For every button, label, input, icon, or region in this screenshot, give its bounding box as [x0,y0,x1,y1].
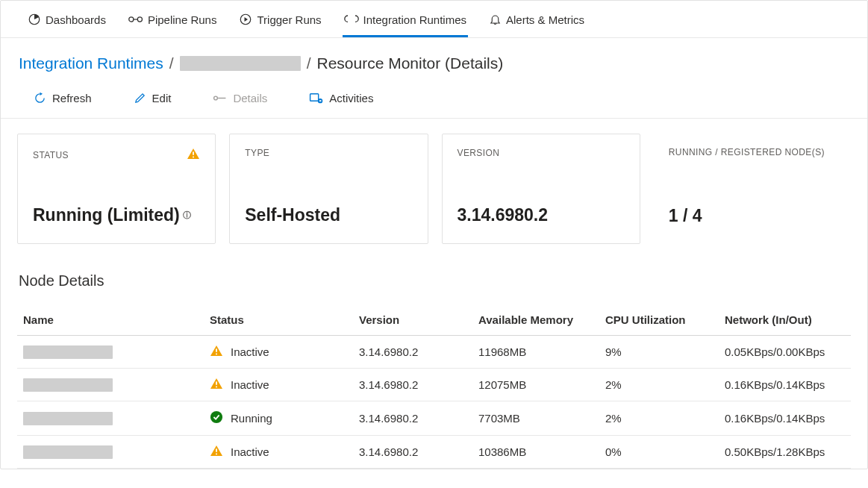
card-label: STATUS [33,150,69,160]
svg-rect-8 [193,157,194,158]
tab-label: Integration Runtimes [363,13,466,26]
breadcrumb-sep: / [307,54,311,72]
cell-cpu: 2% [605,412,725,425]
cell-name [23,412,210,425]
action-label: Activities [329,92,373,104]
cell-memory: 10386MB [478,445,605,458]
refresh-button[interactable]: Refresh [34,92,92,104]
cell-cpu: 0% [605,445,725,458]
pencil-icon [134,92,146,104]
activities-icon [309,93,323,104]
tab-trigger-runs[interactable]: Trigger Runs [237,8,322,37]
refresh-icon [34,92,46,104]
redacted-node-name [23,445,113,459]
node-details-table: Name Status Version Available Memory CPU… [17,304,851,469]
svg-point-4 [214,96,218,100]
card-label: RUNNING / REGISTERED NODE(S) [669,147,825,157]
th-version[interactable]: Version [359,313,478,326]
svg-point-13 [210,411,222,423]
cell-name [23,445,210,459]
card-label: TYPE [245,148,269,158]
redacted-node-name [23,345,113,359]
success-icon [210,410,223,426]
page-container: Dashboards Pipeline Runs Trigger Runs [0,0,868,469]
redacted-node-name [23,412,113,425]
breadcrumb-sep: / [169,54,174,72]
table-row[interactable]: Inactive3.14.6980.211968MB9%0.05KBps/0.0… [17,336,851,369]
cell-status: Inactive [210,445,359,459]
status-text: Running (Limited) [33,205,180,225]
tab-dashboards[interactable]: Dashboards [26,8,107,37]
cell-name [23,345,210,359]
action-label: Refresh [52,92,92,104]
svg-rect-5 [310,93,319,101]
tab-label: Trigger Runs [257,13,321,26]
cell-status: Inactive [210,378,359,392]
status-text: Inactive [231,445,269,458]
bell-icon [489,13,502,26]
details-icon [213,93,227,104]
breadcrumb: Integration Runtimes / / Resource Monito… [1,38,867,75]
redacted-node-name [23,378,113,392]
status-text: Running [231,412,272,425]
svg-rect-14 [216,448,217,451]
action-label: Edit [152,92,172,104]
tab-integration-runtimes[interactable]: Integration Runtimes [343,8,468,37]
card-value-version: 3.14.6980.2 [458,205,625,225]
node-details-heading: Node Details [1,250,867,298]
th-memory[interactable]: Available Memory [478,313,605,326]
breadcrumb-redacted-name [180,56,301,71]
card-value-status: Running (Limited)ⓘ [33,205,200,225]
cell-network: 0.16KBps/0.14KBps [725,412,845,425]
warning-icon [187,148,200,162]
edit-button[interactable]: Edit [134,92,172,104]
th-status[interactable]: Status [210,313,359,326]
svg-rect-11 [216,381,217,384]
svg-rect-7 [193,151,194,154]
table-body: Inactive3.14.6980.211968MB9%0.05KBps/0.0… [17,336,851,469]
cell-name [23,378,210,392]
action-label: Details [233,92,267,104]
pipeline-runs-icon [128,13,143,26]
cell-network: 0.16KBps/0.14KBps [725,378,845,391]
dashboards-icon [28,13,41,26]
th-cpu[interactable]: CPU Utilization [605,313,725,326]
tab-pipeline-runs[interactable]: Pipeline Runs [127,8,219,37]
breadcrumb-root-link[interactable]: Integration Runtimes [19,54,163,72]
table-header-row: Name Status Version Available Memory CPU… [17,304,851,336]
cell-cpu: 9% [605,345,725,358]
status-text: Inactive [231,378,269,391]
cell-status: Running [210,410,359,426]
tab-alerts[interactable]: Alerts & Metrics [487,8,586,37]
tab-label: Alerts & Metrics [506,13,584,26]
cell-version: 3.14.6980.2 [359,345,478,358]
svg-rect-15 [216,454,217,455]
card-label: VERSION [458,148,500,158]
card-value-nodes: 1 / 4 [669,206,836,226]
svg-point-2 [137,17,142,22]
tab-label: Dashboards [46,13,106,26]
svg-rect-9 [216,348,217,351]
svg-point-1 [129,17,134,22]
warning-icon [210,378,223,392]
table-row[interactable]: Inactive3.14.6980.212075MB2%0.16KBps/0.1… [17,369,851,401]
cell-network: 0.50KBps/1.28KBps [725,445,845,458]
warning-icon [210,345,223,359]
details-button: Details [213,92,267,104]
svg-rect-10 [216,354,217,355]
table-row[interactable]: Inactive3.14.6980.210386MB0%0.50KBps/1.2… [17,436,851,469]
monitor-tabs: Dashboards Pipeline Runs Trigger Runs [1,1,867,38]
th-name[interactable]: Name [23,313,210,326]
cell-status: Inactive [210,345,359,359]
card-type: TYPE Self-Hosted [229,134,428,244]
card-status: STATUS Running (Limited)ⓘ [17,134,216,244]
table-row[interactable]: Running3.14.6980.27703MB2%0.16KBps/0.14K… [17,401,851,436]
summary-cards: STATUS Running (Limited)ⓘ TYPE Self-Host… [1,119,867,250]
svg-rect-12 [216,387,217,388]
action-bar: Refresh Edit Details Ac [1,75,867,118]
cell-network: 0.05KBps/0.00KBps [725,345,845,358]
cell-version: 3.14.6980.2 [359,412,478,425]
th-network[interactable]: Network (In/Out) [725,313,845,326]
info-icon[interactable]: ⓘ [183,210,191,221]
activities-button[interactable]: Activities [309,92,373,104]
